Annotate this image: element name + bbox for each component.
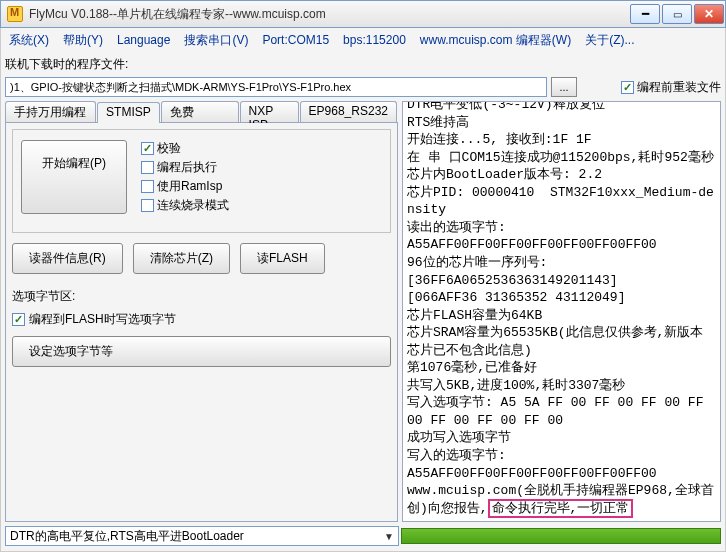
log-line: RTS维持高	[407, 114, 716, 132]
maximize-button[interactable]: ▭	[662, 4, 692, 24]
log-line: 写入选项字节: A5 5A FF 00 FF 00 FF 00 FF 00 FF…	[407, 394, 716, 429]
opt-continuous-checkbox[interactable]	[141, 199, 154, 212]
write-option-checkbox[interactable]	[12, 313, 25, 326]
log-line: A55AFF00FF00FF00FF00FF00FF00FF00	[407, 236, 716, 254]
log-line: 成功写入选项字节	[407, 429, 716, 447]
menu-port[interactable]: Port:COM15	[262, 33, 329, 47]
top-control: 开始编程(P) 校验 编程后执行 使用RamIsp 连续烧录模式	[12, 129, 391, 233]
reinstall-label: 编程前重装文件	[637, 79, 721, 96]
set-option-button[interactable]: 设定选项字节等	[12, 336, 391, 367]
tab-bar: 手持万用编程器 STMISP 免费STMIAP NXP ISP EP968_RS…	[5, 101, 398, 123]
read-flash-button[interactable]: 读FLASH	[240, 243, 325, 274]
log-line: 芯片PID: 00000410 STM32F10xxx_Medium-densi…	[407, 184, 716, 219]
menu-language[interactable]: Language	[117, 33, 170, 47]
chevron-down-icon: ▼	[384, 531, 394, 542]
log-line: 芯片内BootLoader版本号: 2.2	[407, 166, 716, 184]
browse-button[interactable]: ...	[551, 77, 577, 97]
menu-help[interactable]: 帮助(Y)	[63, 32, 103, 49]
tab-handheld[interactable]: 手持万用编程器	[5, 101, 96, 122]
log-line: 开始连接...5, 接收到:1F 1F	[407, 131, 716, 149]
log-line-final: www.mcuisp.com(全脱机手持编程器EP968,全球首创)向您报告,命…	[407, 482, 716, 517]
progress-bar	[401, 528, 721, 544]
log-line: 读出的选项字节:	[407, 219, 716, 237]
opt-verify-checkbox[interactable]	[141, 142, 154, 155]
opt-runafter-checkbox[interactable]	[141, 161, 154, 174]
tab-body: 开始编程(P) 校验 编程后执行 使用RamIsp 连续烧录模式 读器件信息(R…	[5, 123, 398, 522]
menu-about[interactable]: 关于(Z)...	[585, 32, 634, 49]
tab-stmiap[interactable]: 免费STMIAP	[161, 101, 239, 122]
tab-ep968[interactable]: EP968_RS232	[300, 101, 397, 122]
reset-mode-value: DTR的高电平复位,RTS高电平进BootLoader	[10, 528, 244, 545]
tab-nxp[interactable]: NXP ISP	[240, 101, 299, 122]
window-title: FlyMcu V0.188--单片机在线编程专家--www.mcuisp.com	[29, 6, 629, 23]
file-path-input[interactable]: )1、GPIO-按键状态判断之扫描式\MDK-ARM\YS-F1Pro\YS-F…	[5, 77, 547, 97]
log-panel[interactable]: RTS置高(+3~+12V),选择进入BootLoader...延时100毫秒D…	[402, 101, 721, 522]
read-info-button[interactable]: 读器件信息(R)	[12, 243, 123, 274]
app-icon	[7, 6, 23, 22]
window-buttons: ━ ▭ ✕	[629, 4, 725, 24]
work-area: 手持万用编程器 STMISP 免费STMIAP NXP ISP EP968_RS…	[5, 101, 721, 522]
minimize-button[interactable]: ━	[630, 4, 660, 24]
write-option-label: 编程到FLASH时写选项字节	[29, 311, 176, 328]
menu-site[interactable]: www.mcuisp.com 编程器(W)	[420, 32, 571, 49]
log-line: 芯片SRAM容量为65535KB(此信息仅供参考,新版本芯片已不包含此信息)	[407, 324, 716, 359]
client-area: 联机下载时的程序文件: )1、GPIO-按键状态判断之扫描式\MDK-ARM\Y…	[0, 52, 726, 552]
opt-ramisp-checkbox[interactable]	[141, 180, 154, 193]
opt-ramisp-label: 使用RamIsp	[157, 178, 222, 195]
option-byte-label: 选项字节区:	[12, 288, 391, 305]
log-line: A55AFF00FF00FF00FF00FF00FF00FF00	[407, 465, 716, 483]
opt-continuous-label: 连续烧录模式	[157, 197, 229, 214]
program-options: 校验 编程后执行 使用RamIsp 连续烧录模式	[141, 140, 229, 214]
log-line: 第1076毫秒,已准备好	[407, 359, 716, 377]
log-line: 写入的选项字节:	[407, 447, 716, 465]
log-line: 96位的芯片唯一序列号:	[407, 254, 716, 272]
menu-bar: 系统(X) 帮助(Y) Language 搜索串口(V) Port:COM15 …	[0, 28, 726, 52]
title-bar: FlyMcu V0.188--单片机在线编程专家--www.mcuisp.com…	[0, 0, 726, 28]
footer: DTR的高电平复位,RTS高电平进BootLoader ▼	[5, 525, 721, 547]
reset-mode-combo[interactable]: DTR的高电平复位,RTS高电平进BootLoader ▼	[5, 526, 399, 546]
log-line: [066AFF36 31365352 43112049]	[407, 289, 716, 307]
reinstall-checkbox[interactable]	[621, 81, 634, 94]
log-line: 在 串 口COM15连接成功@115200bps,耗时952毫秒	[407, 149, 716, 167]
erase-chip-button[interactable]: 清除芯片(Z)	[133, 243, 230, 274]
menu-system[interactable]: 系统(X)	[9, 32, 49, 49]
opt-verify-label: 校验	[157, 140, 181, 157]
menu-bps[interactable]: bps:115200	[343, 33, 406, 47]
option-byte-row: 编程到FLASH时写选项字节	[12, 311, 391, 328]
log-line: 共写入5KB,进度100%,耗时3307毫秒	[407, 377, 716, 395]
left-panel: 手持万用编程器 STMISP 免费STMIAP NXP ISP EP968_RS…	[5, 101, 398, 522]
log-line: [36FF6A0652536363149201143]	[407, 272, 716, 290]
opt-runafter-label: 编程后执行	[157, 159, 217, 176]
tab-stmisp[interactable]: STMISP	[97, 102, 160, 123]
log-line: 芯片FLASH容量为64KB	[407, 307, 716, 325]
file-row: 联机下载时的程序文件:	[5, 56, 721, 73]
start-program-button[interactable]: 开始编程(P)	[21, 140, 127, 214]
file-label: 联机下载时的程序文件:	[5, 56, 128, 73]
log-line: DTR电平变低(-3~-12V)释放复位	[407, 101, 716, 114]
action-buttons: 读器件信息(R) 清除芯片(Z) 读FLASH	[12, 243, 391, 274]
menu-search-port[interactable]: 搜索串口(V)	[184, 32, 248, 49]
close-button[interactable]: ✕	[694, 4, 724, 24]
file-row2: )1、GPIO-按键状态判断之扫描式\MDK-ARM\YS-F1Pro\YS-F…	[5, 77, 721, 97]
